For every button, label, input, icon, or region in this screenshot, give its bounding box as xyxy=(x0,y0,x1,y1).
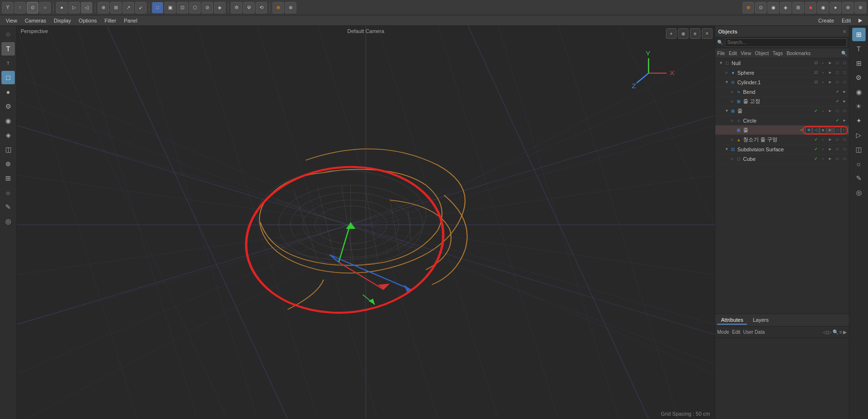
toolbar-btn-render7[interactable]: ⊕ xyxy=(842,2,854,13)
attr-nav-fwd[interactable]: ▷ xyxy=(828,329,832,335)
toolbar-btn-render3[interactable]: ⊞ xyxy=(792,2,804,13)
right-icon-pen2[interactable]: ✎ xyxy=(852,171,866,185)
expand-subdivision[interactable]: ▼ xyxy=(724,147,730,152)
viewport[interactable]: X Y Z Perspective Default Camera + ⊕ ≡ ✕… xyxy=(17,26,715,419)
toolbar-btn-y[interactable]: Y xyxy=(2,2,13,13)
toolbar-btn-obj4[interactable]: ⬡ xyxy=(189,2,201,13)
menu-expand[interactable]: ▶ xyxy=(855,16,866,24)
action-sub-f1[interactable]: ► xyxy=(827,146,834,153)
viewport-btn-close[interactable]: ✕ xyxy=(702,28,712,39)
left-icon-gear[interactable]: ⚙ xyxy=(1,100,15,113)
action-null-f1[interactable]: ► xyxy=(827,60,834,67)
toolbar-btn-def1[interactable]: ⟰ xyxy=(231,2,242,13)
action-circle-f1[interactable]: ► xyxy=(841,117,848,124)
action-cube-dot[interactable]: • xyxy=(820,156,826,162)
attr-search[interactable]: 🔍 xyxy=(833,329,838,335)
action-cyl1-f1[interactable]: ► xyxy=(827,79,834,86)
attr-expand[interactable]: ▶ xyxy=(843,329,847,335)
obj-row-sphere[interactable]: ▶ ● Sphere ☑ • ► □ □ xyxy=(715,68,849,78)
toolbar-btn-mode1[interactable]: ● xyxy=(56,2,68,13)
expand-bend[interactable]: ▶ xyxy=(730,89,735,95)
expand-cleaner[interactable]: ▶ xyxy=(730,137,735,143)
obj-row-null[interactable]: ▼ □ Null ☑ • ► □ □ xyxy=(715,58,849,68)
right-icon-light2[interactable]: ☼ xyxy=(852,157,866,170)
action-kor1-check[interactable]: ✓ xyxy=(834,98,841,105)
action-null-check[interactable]: ☑ xyxy=(812,60,819,67)
action-kor3-ico2[interactable]: ◁ xyxy=(812,127,819,134)
left-icon-camera[interactable]: ◎ xyxy=(1,215,15,228)
obj-row-cube[interactable]: ▶ □ Cube ✓ • ► □ □ xyxy=(715,154,849,164)
action-kor1-f1[interactable]: ► xyxy=(841,98,848,105)
action-kor2-check[interactable]: ✓ xyxy=(812,108,819,114)
menu-tags[interactable]: Tags xyxy=(773,51,783,56)
left-icon-text[interactable]: T xyxy=(1,57,15,70)
menu-cameras[interactable]: Cameras xyxy=(21,17,50,24)
action-null-dot[interactable]: • xyxy=(820,60,826,67)
toolbar-btn-obj6[interactable]: ◈ xyxy=(214,2,225,13)
action-kor2-f1[interactable]: ► xyxy=(827,108,834,114)
toolbar-btn-obj1[interactable]: □ xyxy=(152,2,163,13)
obj-row-bend[interactable]: ▶ ∿ Bend ✓ ► xyxy=(715,87,849,97)
search-input[interactable] xyxy=(725,38,847,47)
right-icon-lens[interactable]: ◎ xyxy=(852,186,866,199)
toolbar-btn-move[interactable]: ↑ xyxy=(14,2,26,13)
toolbar-btn-scene[interactable]: ◈ xyxy=(780,2,791,13)
action-kor3-check[interactable]: ✓ xyxy=(798,127,805,134)
toolbar-btn-obj3[interactable]: ⊡ xyxy=(177,2,188,13)
attr-mode[interactable]: Mode xyxy=(717,329,729,335)
toolbar-btn-render1[interactable]: ⊕ xyxy=(272,2,284,13)
menu-view[interactable]: View xyxy=(2,17,21,24)
action-null-f2[interactable]: □ xyxy=(834,60,841,67)
action-cleaner-f3[interactable]: □ xyxy=(841,136,848,143)
action-cyl1-f2[interactable]: □ xyxy=(834,79,841,86)
toolbar-btn-render8[interactable]: ⊗ xyxy=(855,2,866,13)
toolbar-btn-render5[interactable]: ◉ xyxy=(817,2,829,13)
expand-kor3[interactable]: ▶ xyxy=(730,127,735,133)
obj-row-kor3[interactable]: ▶ ⊞ 줄 ✓ ⊕ ◁ ◈ ► □ □ xyxy=(715,125,849,135)
menu-display[interactable]: Display xyxy=(50,17,75,24)
toolbar-btn-rotate[interactable]: ⊙ xyxy=(27,2,38,13)
toolbar-btn-obj5[interactable]: ⊘ xyxy=(202,2,213,13)
action-circle-check[interactable]: ✓ xyxy=(834,117,841,124)
toolbar-btn-mode2[interactable]: ▷ xyxy=(68,2,80,13)
obj-row-subdivision[interactable]: ▼ ⊡ Subdivision Surface ✓ • ► □ □ xyxy=(715,145,849,154)
obj-row-cylinder1[interactable]: ▼ ⊙ Cylinder.1 ☑ • ► □ □ xyxy=(715,78,849,87)
left-icon-scene[interactable]: ◈ xyxy=(1,128,15,142)
toolbar-btn-snap1[interactable]: ⊕ xyxy=(98,2,109,13)
action-cleaner-dot[interactable]: • xyxy=(820,136,826,143)
toolbar-btn-mode3[interactable]: ◁ xyxy=(81,2,92,13)
menu-filter[interactable]: Filter xyxy=(101,17,120,24)
action-kor2-f3[interactable]: □ xyxy=(841,108,848,114)
obj-row-cleaner[interactable]: ▶ ▲ 청소기 줄 구멍 ✓ • ► □ □ xyxy=(715,135,849,145)
obj-row-kor2[interactable]: ▼ ⊞ 줄 ✓ • ► □ □ xyxy=(715,106,849,116)
toolbar-btn-lights[interactable]: ⊕ xyxy=(743,2,754,13)
expand-circle[interactable]: ▶ xyxy=(730,118,735,124)
expand-cube[interactable]: ▶ xyxy=(730,156,735,162)
action-cleaner-f1[interactable]: ► xyxy=(827,136,834,143)
action-kor3-f1[interactable]: ► xyxy=(827,127,834,134)
action-null-f3[interactable]: □ xyxy=(841,60,848,67)
attr-edit[interactable]: Edit xyxy=(732,329,740,335)
toolbar-btn-render4[interactable]: ■ xyxy=(805,2,816,13)
action-cyl1-check[interactable]: ☑ xyxy=(812,79,819,86)
menu-bookmarks[interactable]: Bookmarks xyxy=(787,51,811,56)
tab-attributes[interactable]: Attributes xyxy=(717,316,747,325)
menu-file[interactable]: File xyxy=(717,51,725,56)
tab-layers[interactable]: Layers xyxy=(749,316,772,325)
action-kor2-dot[interactable]: • xyxy=(820,108,826,114)
action-cyl1-dot[interactable]: • xyxy=(820,79,826,86)
action-kor3-ico1[interactable]: ⊕ xyxy=(805,127,812,134)
action-kor3-ico4[interactable]: □ xyxy=(834,127,841,134)
toolbar-btn-mat[interactable]: ◉ xyxy=(767,2,779,13)
right-icon-t[interactable]: T xyxy=(852,42,866,56)
action-sub-check[interactable]: ✓ xyxy=(812,146,819,153)
expand-cylinder1[interactable]: ▼ xyxy=(724,79,730,85)
object-manager-menu[interactable]: ≡ xyxy=(843,29,846,34)
left-icon-cube[interactable]: □ xyxy=(1,71,15,84)
right-icon-obj-manager[interactable]: ⊞ xyxy=(852,28,866,41)
right-icon-sun[interactable]: ☀ xyxy=(852,100,866,113)
left-icon-light[interactable]: ☼ xyxy=(1,186,15,199)
action-cube-check[interactable]: ✓ xyxy=(812,156,819,162)
toolbar-btn-def3[interactable]: ⟲ xyxy=(256,2,267,13)
right-icon-sparkle[interactable]: ✦ xyxy=(852,114,866,127)
